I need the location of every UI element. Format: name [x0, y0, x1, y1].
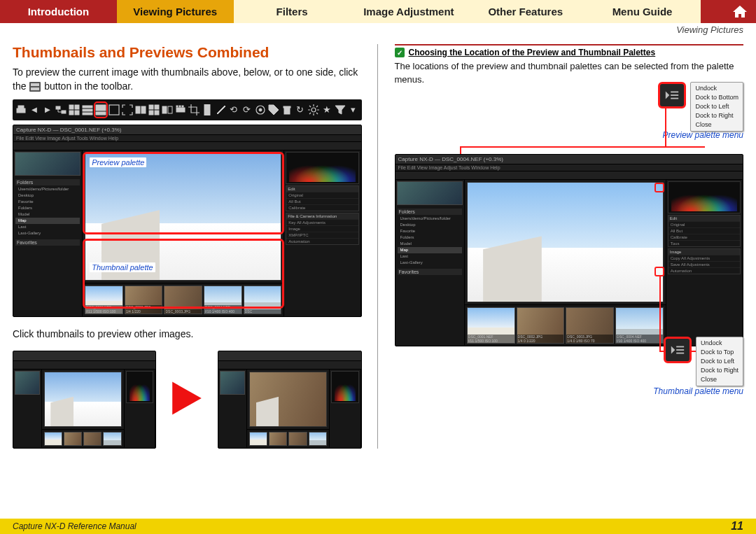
- folders-header: Folders: [15, 179, 80, 185]
- adjustments-pane: Edit Original All But Calibrate File & C…: [284, 150, 360, 316]
- refresh-icon: ↻: [295, 103, 306, 117]
- tab-introduction[interactable]: Introduction: [0, 0, 117, 23]
- top-nav: Introduction Viewing Pictures Filters Im…: [0, 0, 756, 23]
- thumb-item: DSC_0001.NEFf/11 1/500 ISO 100: [85, 286, 123, 314]
- favorites-header: Favorites: [15, 239, 80, 246]
- palette-menu-icon: [658, 82, 686, 108]
- app-window-title: Capture NX-D — DSC_0001.NEF (+0.3%): [13, 125, 361, 135]
- svg-rect-40: [676, 353, 684, 354]
- svg-point-31: [312, 108, 316, 112]
- menu-item: Close: [701, 375, 738, 384]
- combined-view-icon-toolbar: [95, 103, 106, 117]
- tag-icon: [268, 103, 279, 117]
- svg-rect-39: [676, 349, 684, 351]
- right-column: ✓ Choosing the Location of the Preview a…: [395, 44, 744, 449]
- app-screenshot-main: Capture NX-D — DSC_0001.NEF (+0.3%) File…: [13, 125, 362, 317]
- svg-rect-18: [149, 111, 153, 115]
- thumbnail-strip: DSC_0001.NEFf/11 1/500 ISO 100 DSC_0002.…: [83, 283, 284, 316]
- preview-palette-menu: Undock Dock to Bottom Dock to Left Dock …: [658, 82, 743, 132]
- tip-heading: ✓ Choosing the Location of the Preview a…: [395, 44, 744, 57]
- home-button[interactable]: [724, 0, 756, 23]
- print-icon: [15, 103, 27, 117]
- thumb-item: DSC_0002.JPG1/4 1/220: [125, 286, 163, 314]
- svg-rect-20: [162, 106, 167, 113]
- folder-pane: Folders Users/demo/Pictures/folder Deskt…: [13, 150, 83, 316]
- svg-rect-8: [83, 106, 92, 108]
- connector-line: [665, 108, 666, 148]
- svg-rect-23: [176, 106, 178, 107]
- left-column: Thumbnails and Previews Combined To prev…: [13, 44, 378, 449]
- svg-rect-11: [96, 105, 106, 111]
- svg-rect-26: [204, 104, 210, 115]
- svg-rect-16: [149, 105, 153, 109]
- filter-icon: [335, 103, 346, 117]
- svg-marker-33: [666, 92, 670, 99]
- tab-viewing-pictures[interactable]: Viewing Pictures: [117, 0, 234, 23]
- svg-rect-13: [109, 105, 119, 115]
- svg-rect-9: [83, 109, 92, 111]
- preview-callout-label: Preview palette: [90, 157, 146, 167]
- page-title: Thumbnails and Previews Combined: [13, 44, 362, 61]
- tab-filters[interactable]: Filters: [234, 0, 351, 23]
- thumb-item: DSC_0001.NEFf/11 1/500 ISO 100: [467, 307, 515, 344]
- folder-tree-icon: [55, 103, 66, 117]
- preview-image: [85, 153, 281, 281]
- thumbnail-strip: DSC_0001.NEFf/11 1/500 ISO 100 DSC_0002.…: [465, 304, 666, 346]
- preview-image: [467, 182, 664, 302]
- straighten-icon: [202, 103, 213, 117]
- svg-rect-17: [155, 105, 159, 109]
- home-icon: [732, 3, 748, 20]
- svg-rect-29: [284, 108, 290, 114]
- thumb-menu-caption: Thumbnail palette menu: [653, 386, 743, 396]
- svg-rect-30: [284, 106, 290, 108]
- folder-pane: Folders Users/demo/Pictures/folder Deskt…: [396, 180, 465, 346]
- click-thumbnails-text: Click thumbnails to preview other images…: [13, 327, 362, 341]
- edit-panel: Edit Original All But Calibrate: [286, 185, 358, 211]
- app-window-title: Capture NX-D — DSC_0004.NEF (+0.3%): [396, 155, 743, 164]
- folder-item: Users/demo/Pictures/folder: [15, 186, 80, 192]
- center-pane: DSC_0001.NEFf/11 1/500 ISO 100 DSC_0002.…: [465, 180, 666, 346]
- folder-item: Last-Gallery: [15, 230, 80, 237]
- crop-icon: [188, 103, 200, 117]
- menu-item: Undock: [695, 84, 738, 93]
- preview-menu-list: Undock Dock to Bottom Dock to Left Dock …: [690, 82, 743, 132]
- menu-item: Dock to Top: [701, 348, 738, 357]
- preview-image: [249, 372, 327, 427]
- svg-rect-14: [136, 106, 140, 113]
- thumbnail-menu-list: Undock Dock to Top Dock to Left Dock to …: [696, 337, 743, 386]
- svg-rect-2: [56, 106, 60, 109]
- menu-item: Dock to Right: [695, 111, 738, 120]
- svg-rect-12: [96, 112, 106, 115]
- menu-item: Dock to Left: [701, 357, 738, 366]
- svg-rect-6: [69, 111, 74, 115]
- grid-icon: [69, 103, 80, 117]
- folder-item: Last: [15, 224, 80, 230]
- preview-image: [44, 372, 122, 427]
- thumb-item: DSC_0004.NEFf/10 1/400 ISO 400: [615, 307, 664, 344]
- histogram: [286, 152, 358, 184]
- menu-item: Dock to Right: [701, 366, 738, 375]
- menu-item: Dock to Left: [695, 102, 738, 111]
- menu-item: Dock to Bottom: [695, 93, 738, 102]
- folder-item: Model: [15, 211, 80, 218]
- arrow-right-icon: ►: [42, 103, 53, 117]
- list-icon: [82, 103, 93, 117]
- preview-menu-caption: Preview palette menu: [663, 130, 743, 140]
- before-after-row: [13, 351, 362, 449]
- center-pane: DSC_0001.NEFf/11 1/500 ISO 100 DSC_0002.…: [83, 150, 284, 316]
- tab-other-features[interactable]: Other Features: [467, 0, 584, 23]
- star-icon: ★: [321, 103, 332, 117]
- tab-image-adjustment[interactable]: Image Adjustment: [350, 0, 467, 23]
- thumbnail-callout-label: Thumbnail palette: [90, 262, 155, 272]
- folder-item: Folders: [15, 205, 80, 211]
- svg-rect-19: [155, 111, 159, 115]
- filmstrip-icon: [175, 103, 186, 117]
- page-number: 11: [731, 520, 743, 533]
- adjustments-pane: Edit Original All But Calibrate Tous Ima…: [666, 180, 743, 346]
- palette-menu-icon: [664, 337, 692, 363]
- svg-rect-1: [18, 106, 24, 108]
- folder-item: Favorite: [15, 199, 80, 205]
- chevron-down-icon: ▾: [348, 103, 359, 117]
- tab-menu-guide[interactable]: Menu Guide: [584, 0, 701, 23]
- histogram: [668, 181, 741, 213]
